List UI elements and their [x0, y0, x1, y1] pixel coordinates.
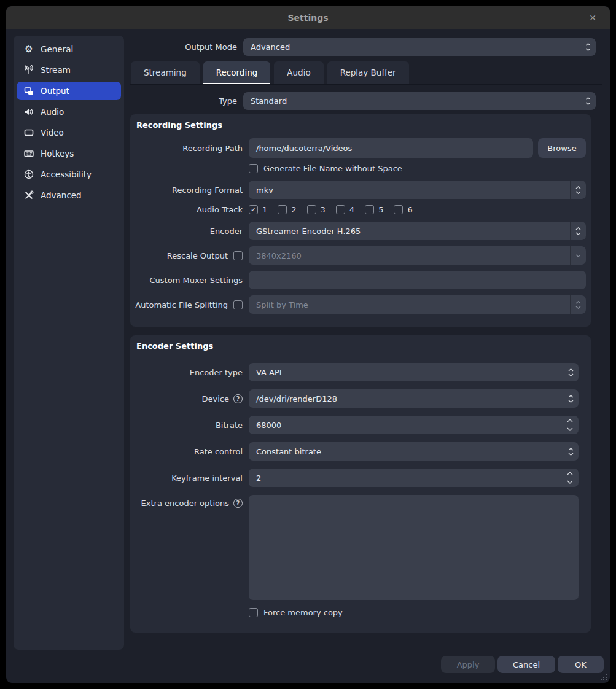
encoder-type-value: VA-API [249, 368, 563, 377]
rescale-resolution-select[interactable]: 3840x2160 [249, 246, 586, 265]
tab-audio[interactable]: Audio [274, 61, 323, 84]
audio-track-3-checkbox[interactable] [307, 205, 316, 214]
auto-file-splitting-row: Automatic File Splitting Split by Time [136, 295, 586, 314]
monitor-icon [23, 128, 34, 138]
audio-track-label: Audio Track [136, 205, 249, 214]
recording-path-input[interactable]: /home/ducoterra/Videos [249, 138, 533, 158]
output-mode-value: Advanced [243, 42, 580, 52]
section-title: Recording Settings [136, 120, 586, 130]
chevron-updown-icon [580, 92, 596, 110]
custom-muxer-row: Custom Muxer Settings [136, 271, 586, 289]
audio-track-4-checkbox[interactable] [336, 205, 345, 214]
sidebar-item-output[interactable]: Output [17, 82, 121, 100]
sidebar-item-label: Stream [41, 65, 71, 75]
auto-file-splitting-label: Automatic File Splitting [135, 300, 228, 309]
ok-button[interactable]: OK [558, 656, 604, 673]
device-row: Device? /dev/dri/renderD128 [136, 389, 579, 408]
type-value: Standard [243, 96, 580, 106]
gear-icon: ⚙ [23, 44, 34, 54]
rate-control-row: Rate control Constant bitrate [136, 442, 579, 461]
sidebar-item-advanced[interactable]: Advanced [17, 186, 121, 204]
bitrate-spinner[interactable]: 68000 [249, 416, 579, 434]
titlebar[interactable]: Settings ✕ [6, 6, 610, 29]
browse-button[interactable]: Browse [538, 138, 586, 158]
chevron-updown-icon [570, 295, 586, 314]
spinner-arrows-icon[interactable] [567, 419, 573, 431]
custom-muxer-input[interactable] [249, 271, 586, 289]
sidebar-item-label: Advanced [41, 190, 82, 200]
chevron-updown-icon [563, 389, 579, 408]
chevron-updown-icon [570, 222, 586, 240]
type-select[interactable]: Standard [243, 92, 596, 110]
sidebar-item-general[interactable]: ⚙ General [17, 40, 121, 58]
encoder-type-label: Encoder type [136, 368, 249, 377]
sidebar-item-stream[interactable]: Stream [17, 61, 121, 79]
output-tabs: Streaming Recording Audio Replay Buffer [131, 61, 409, 84]
cancel-button[interactable]: Cancel [497, 656, 555, 673]
auto-file-splitting-checkbox[interactable] [233, 300, 243, 309]
section-title: Encoder Settings [136, 341, 579, 351]
bitrate-label: Bitrate [136, 421, 249, 430]
apply-button[interactable]: Apply [441, 656, 495, 673]
audio-track-6-checkbox[interactable] [394, 205, 403, 214]
device-value: /dev/dri/renderD128 [249, 394, 563, 403]
sidebar-item-label: Accessibility [41, 169, 92, 179]
tab-replay-buffer[interactable]: Replay Buffer [327, 61, 409, 84]
keyframe-interval-row: Keyframe interval 2 [136, 469, 579, 487]
type-label: Type [131, 96, 243, 106]
antenna-icon [23, 65, 34, 75]
window-title: Settings [287, 13, 328, 23]
split-mode-select[interactable]: Split by Time [249, 295, 586, 314]
rate-control-select[interactable]: Constant bitrate [249, 442, 579, 461]
accessibility-icon [23, 169, 34, 179]
audio-track-5-checkbox[interactable] [365, 205, 374, 214]
bitrate-row: Bitrate 68000 [136, 416, 579, 434]
help-icon[interactable]: ? [233, 499, 243, 508]
speaker-icon [23, 107, 34, 117]
gen-no-space-row: Generate File Name without Space [136, 164, 586, 173]
sidebar-item-video[interactable]: Video [17, 123, 121, 142]
help-icon[interactable]: ? [233, 394, 243, 403]
sidebar-item-label: Hotkeys [41, 149, 74, 158]
spinner-arrows-icon[interactable] [567, 472, 573, 484]
encoder-settings-group: Encoder Settings Encoder type VA-API Dev… [130, 335, 591, 633]
chevron-updown-icon [563, 442, 579, 461]
sidebar-item-label: Output [41, 86, 69, 96]
encoder-select[interactable]: GStreamer Encoder H.265 [249, 222, 586, 240]
close-icon[interactable]: ✕ [584, 6, 601, 29]
tools-icon [23, 190, 34, 200]
tab-recording[interactable]: Recording [203, 61, 271, 84]
tab-streaming[interactable]: Streaming [131, 61, 200, 84]
split-mode-value: Split by Time [249, 300, 570, 309]
chevron-updown-icon [580, 38, 596, 56]
rate-control-label: Rate control [136, 447, 249, 456]
output-mode-label: Output Mode [131, 42, 243, 52]
settings-sidebar: ⚙ General Stream Output Audio Video [14, 36, 124, 650]
audio-track-1-checkbox[interactable]: ✓ [249, 205, 258, 214]
sidebar-item-hotkeys[interactable]: Hotkeys [17, 144, 121, 163]
recording-settings-group: Recording Settings Recording Path /home/… [130, 114, 591, 327]
force-memory-copy-checkbox[interactable] [249, 608, 258, 617]
force-memory-copy-row: Force memory copy [136, 608, 579, 617]
sidebar-item-audio[interactable]: Audio [17, 103, 121, 121]
generate-no-space-checkbox[interactable] [249, 164, 258, 173]
custom-muxer-label: Custom Muxer Settings [136, 276, 249, 285]
encoder-value: GStreamer Encoder H.265 [249, 227, 570, 236]
force-memory-copy-label: Force memory copy [263, 608, 343, 617]
device-select[interactable]: /dev/dri/renderD128 [249, 389, 579, 408]
encoder-type-select[interactable]: VA-API [249, 363, 579, 381]
extra-encoder-options-textarea[interactable] [249, 495, 579, 600]
generate-no-space-label: Generate File Name without Space [263, 164, 402, 173]
audio-track-2-checkbox[interactable] [278, 205, 287, 214]
chevron-updown-icon [563, 363, 579, 381]
rescale-output-checkbox[interactable] [233, 251, 243, 260]
output-mode-select[interactable]: Advanced [243, 38, 596, 56]
resize-grip[interactable] [599, 673, 607, 680]
output-icon [23, 86, 34, 96]
sidebar-item-accessibility[interactable]: Accessibility [17, 165, 121, 184]
keyframe-interval-spinner[interactable]: 2 [249, 469, 579, 487]
chevron-down-icon [570, 246, 586, 265]
keyboard-icon [23, 149, 34, 158]
keyframe-interval-value: 2 [249, 473, 579, 483]
recording-format-select[interactable]: mkv [249, 181, 586, 199]
